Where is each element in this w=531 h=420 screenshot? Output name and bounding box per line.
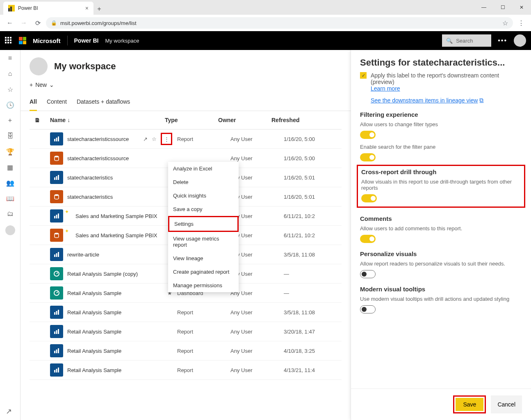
svg-rect-24 [56, 350, 57, 353]
shared-icon[interactable]: 👥 [6, 179, 14, 187]
file-icon-header: 🗎 [30, 117, 50, 123]
app-launcher-icon[interactable] [5, 37, 12, 44]
workspaces-icon[interactable]: 🗂 [6, 210, 14, 218]
svg-point-11 [55, 233, 59, 234]
svg-rect-22 [58, 329, 59, 334]
favorites-icon[interactable]: ☆ [6, 85, 14, 93]
more-options-icon[interactable]: ••• [498, 37, 507, 44]
menu-icon[interactable]: ≡ [6, 54, 14, 62]
save-button[interactable]: Save [456, 398, 483, 411]
browser-tab[interactable]: Power BI × [3, 2, 93, 15]
tab-datasets[interactable]: Datasets + dataflows [77, 94, 130, 111]
recent-icon[interactable]: 🕓 [6, 101, 14, 109]
expand-rail-icon[interactable]: ↗ [6, 407, 12, 416]
apply-label-checkbox[interactable]: ✓ [360, 72, 367, 79]
item-owner: Any User [230, 155, 284, 161]
table-row[interactable]: Retail Analysis Sample Report Any User 4… [30, 341, 342, 361]
reload-button[interactable]: ⟳ [32, 17, 43, 29]
new-button[interactable]: + New ⌄ [30, 82, 54, 88]
cancel-button[interactable]: Cancel [491, 395, 522, 413]
table-row[interactable]: Retail Analysis Sample Report Any User 3… [30, 303, 342, 322]
item-name: statecharacteristics [67, 175, 113, 181]
crossreport-toggle[interactable] [361, 194, 377, 202]
menu-item-quick-insights[interactable]: Quick insights [168, 189, 239, 202]
report-icon [50, 306, 63, 319]
menu-item-analyze-in-excel[interactable]: Analyze in Excel [168, 162, 239, 175]
home-icon[interactable]: ⌂ [6, 70, 14, 78]
external-link-icon: ⧉ [479, 97, 483, 104]
search-input[interactable]: 🔍 Search [442, 34, 491, 47]
svg-rect-19 [58, 310, 59, 315]
datasets-icon[interactable]: 🗄 [6, 132, 14, 140]
table-row[interactable]: Retail Analysis Sample Report Any User 3… [30, 322, 342, 341]
comments-toggle[interactable] [360, 235, 376, 243]
tab-all[interactable]: All [30, 94, 37, 111]
column-owner[interactable]: Owner [218, 117, 271, 123]
personalize-toggle[interactable] [360, 270, 376, 278]
svg-rect-9 [56, 215, 57, 218]
svg-rect-28 [58, 368, 59, 372]
save-highlight: Save [453, 395, 486, 413]
tooltips-toggle[interactable] [360, 305, 376, 313]
menu-item-save-a-copy[interactable]: Save a copy [168, 202, 239, 216]
minimize-icon[interactable]: — [474, 0, 493, 15]
new-tab-button[interactable]: + [93, 3, 105, 15]
menu-item-manage-permissions[interactable]: Manage permissions [168, 279, 239, 292]
learn-icon[interactable]: 📖 [6, 194, 14, 202]
lineage-link[interactable]: See the downstream items in lineage view… [371, 97, 483, 104]
menu-item-view-usage-metrics-report[interactable]: View usage metrics report [168, 232, 239, 252]
close-window-icon[interactable]: ✕ [512, 0, 531, 15]
left-nav-rail: ≡ ⌂ ☆ 🕓 + 🗄 🏆 ▦ 👥 📖 🗂 ↗ [0, 50, 21, 420]
address-bar[interactable]: 🔒 msit.powerbi.com/groups/me/list ☆ [46, 17, 513, 29]
chevron-down-icon: ⌄ [49, 82, 54, 88]
report-icon [50, 132, 63, 145]
menu-item-settings[interactable]: Settings [168, 216, 239, 232]
goals-icon[interactable]: 🏆 [6, 148, 14, 156]
tab-content[interactable]: Content [47, 94, 67, 111]
dashboard-icon [50, 267, 63, 280]
filter-desc2: Enable search for the filter pane [360, 144, 522, 150]
svg-rect-21 [56, 330, 57, 334]
browser-menu-icon[interactable]: ⋮ [515, 19, 527, 27]
item-name: Retail Analysis Sample [67, 309, 121, 316]
bookmark-star-icon[interactable]: ☆ [502, 19, 508, 27]
filter-search-toggle[interactable] [360, 153, 376, 161]
filter-types-toggle[interactable] [360, 131, 376, 139]
my-workspace-icon[interactable] [5, 225, 15, 235]
item-refreshed: — [284, 290, 333, 296]
close-tab-icon[interactable]: × [85, 5, 89, 11]
dashboard-icon [50, 286, 63, 300]
product-label[interactable]: Power BI [74, 37, 99, 44]
column-name[interactable]: Name [50, 117, 66, 123]
maximize-icon[interactable]: ☐ [493, 0, 512, 15]
item-owner: Any User [230, 136, 284, 142]
personalize-desc: Allow report readers to personalize visu… [360, 261, 522, 267]
svg-rect-6 [58, 175, 59, 180]
menu-item-create-paginated-report[interactable]: Create paginated report [168, 265, 239, 279]
report-icon [50, 209, 63, 222]
svg-rect-12 [54, 254, 55, 257]
star-icon[interactable]: ☆ [152, 136, 157, 142]
column-type[interactable]: Type [165, 117, 218, 123]
forward-button[interactable]: → [18, 17, 30, 29]
svg-rect-18 [56, 311, 57, 315]
menu-item-delete[interactable]: Delete [168, 175, 239, 189]
back-button[interactable]: ← [4, 17, 16, 29]
window-controls: — ☐ ✕ [474, 0, 531, 15]
plus-icon: + [30, 82, 33, 88]
table-row[interactable]: statecharacteristicssource ↗☆⋮ Report An… [30, 129, 342, 149]
more-options-button[interactable]: ⋮ [161, 133, 172, 145]
app-top-bar: Microsoft Power BI My workspace 🔍 Search… [0, 31, 531, 50]
brand-label: Microsoft [33, 37, 61, 44]
workspace-breadcrumb[interactable]: My workspace [105, 38, 139, 44]
item-refreshed: — [284, 271, 333, 277]
dataset-icon [50, 152, 63, 165]
learn-more-link[interactable]: Learn more [371, 85, 400, 92]
create-icon[interactable]: + [6, 116, 14, 125]
share-icon[interactable]: ↗ [143, 136, 148, 142]
menu-item-view-lineage[interactable]: View lineage [168, 252, 239, 265]
column-refreshed[interactable]: Refreshed [271, 117, 321, 123]
table-row[interactable]: Retail Analysis Sample Report Any User 4… [30, 361, 342, 380]
user-avatar[interactable] [514, 34, 526, 47]
apps-icon[interactable]: ▦ [6, 163, 14, 171]
